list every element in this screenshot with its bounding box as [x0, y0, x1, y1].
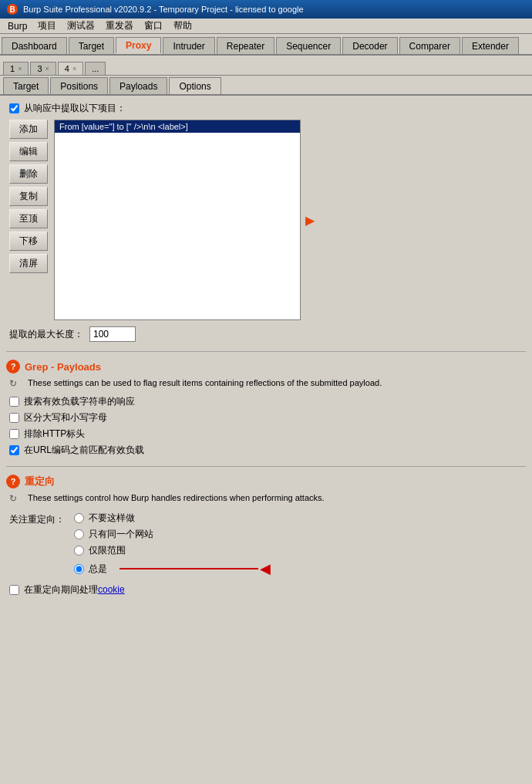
tab-payloads[interactable]: Payloads [109, 77, 167, 94]
btn-add[interactable]: 添加 [9, 120, 48, 139]
divider-1 [6, 351, 526, 352]
list-arrow-icon: ▶ [305, 213, 315, 228]
extract-label: 从响应中提取以下项目： [24, 102, 126, 115]
grep-checkbox-row-0: 搜索有效负载字符串的响应 [6, 395, 526, 408]
tab-decoder[interactable]: Decoder [342, 37, 397, 54]
tab-positions[interactable]: Positions [50, 77, 108, 94]
redirect-desc: These settings control how Burp handles … [25, 492, 325, 504]
menu-tester[interactable]: 测试器 [62, 19, 99, 33]
radio-same-site[interactable] [74, 529, 84, 539]
redirect-section: ? 重定向 ↻ These settings control how Burp … [6, 475, 526, 596]
redirect-title: 重定向 [25, 475, 55, 488]
tab-intruder[interactable]: Intruder [163, 37, 214, 54]
max-length-label: 提取的最大长度： [9, 328, 83, 341]
menu-bar: Burp 项目 测试器 重发器 窗口 帮助 [0, 19, 532, 34]
svg-text:B: B [9, 5, 15, 14]
max-length-input[interactable] [89, 326, 136, 342]
second-tabs-row: Target Positions Payloads Options [0, 76, 532, 96]
grep-payloads-desc: These settings can be used to flag resul… [25, 377, 382, 389]
redirect-radio-group: 不要这样做 只有同一个网站 仅限范围 总是 ◀ [71, 512, 271, 577]
sub-tabs-row: 1 × 3 × 4 × ... [0, 56, 532, 76]
grep-label-0: 搜索有效负载字符串的响应 [24, 395, 135, 408]
grep-checkbox-1[interactable] [9, 413, 19, 423]
tab-target[interactable]: Target [69, 37, 114, 54]
tab-proxy[interactable]: Proxy [116, 37, 161, 54]
btn-down[interactable]: 下移 [9, 231, 48, 251]
grep-checkbox-row-3: 在URL编码之前匹配有效负载 [6, 444, 526, 457]
sub-tab-4[interactable]: 4 × [58, 62, 83, 75]
grep-checkbox-row-1: 区分大写和小写字母 [6, 411, 526, 424]
content-area: 从响应中提取以下项目： 添加 编辑 删除 复制 至顶 下移 清屏 From [v… [0, 96, 532, 784]
redirect-help-icon[interactable]: ? [6, 475, 20, 488]
grep-payloads-section: ? Grep - Payloads ↻ These settings can b… [6, 360, 526, 457]
extract-buttons: 添加 编辑 删除 复制 至顶 下移 清屏 [9, 120, 48, 320]
menu-help[interactable]: 帮助 [169, 19, 197, 33]
radio-always[interactable] [74, 564, 84, 574]
arrow-annotation: ◀ [120, 560, 271, 577]
sub-tab-1-close[interactable]: × [18, 65, 22, 73]
title-bar: B Burp Suite Professional v2020.9.2 - Te… [0, 0, 532, 19]
btn-clear[interactable]: 清屏 [9, 254, 48, 273]
refresh-icon[interactable]: ↻ [6, 377, 20, 390]
sub-tab-4-close[interactable]: × [72, 65, 76, 73]
radio-no[interactable] [74, 513, 84, 523]
menu-window[interactable]: 窗口 [140, 19, 167, 33]
tab-extender[interactable]: Extender [462, 37, 519, 54]
redirect-refresh: ↻ These settings control how Burp handle… [6, 492, 526, 505]
tab-target-inner[interactable]: Target [3, 77, 49, 94]
arrow-head-icon: ◀ [260, 560, 271, 577]
grep-payloads-header: ? Grep - Payloads [6, 360, 526, 373]
sub-tab-3-close[interactable]: × [45, 65, 49, 73]
tab-dashboard[interactable]: Dashboard [2, 37, 67, 54]
tab-options[interactable]: Options [169, 77, 221, 94]
cookie-checkbox-row: 在重定向期间处理cookie [6, 583, 526, 596]
arrow-line [120, 568, 258, 569]
max-length-row: 提取的最大长度： [6, 326, 526, 342]
btn-edit[interactable]: 编辑 [9, 142, 48, 161]
cookie-checkbox[interactable] [9, 585, 19, 595]
cookie-link[interactable]: cookie [98, 584, 125, 595]
grep-label-2: 排除HTTP标头 [24, 427, 85, 441]
grep-label-3: 在URL编码之前匹配有效负载 [24, 444, 144, 457]
radio-row-3: 总是 ◀ [74, 560, 271, 577]
grep-help-icon[interactable]: ? [6, 360, 20, 373]
radio-scope[interactable] [74, 546, 84, 556]
extract-section: 从响应中提取以下项目： 添加 编辑 删除 复制 至顶 下移 清屏 From [v… [6, 102, 526, 342]
menu-burp[interactable]: Burp [3, 20, 32, 32]
divider-2 [6, 466, 526, 467]
grep-label-1: 区分大写和小写字母 [24, 411, 107, 424]
radio-label-2: 仅限范围 [89, 544, 126, 557]
sub-tab-1[interactable]: 1 × [3, 62, 29, 75]
radio-row-1: 只有同一个网站 [74, 528, 271, 541]
menu-project[interactable]: 项目 [33, 19, 61, 33]
btn-copy[interactable]: 复制 [9, 187, 48, 206]
tab-repeater[interactable]: Repeater [217, 37, 274, 54]
redirect-refresh-icon[interactable]: ↻ [6, 492, 20, 505]
extract-area: 添加 编辑 删除 复制 至顶 下移 清屏 From [value="] to [… [6, 120, 526, 320]
grep-checkbox-row-2: 排除HTTP标头 [6, 427, 526, 441]
grep-payloads-title: Grep - Payloads [25, 361, 101, 373]
list-item[interactable]: From [value="] to [" />\n\n <label>] [55, 120, 300, 133]
extract-checkbox[interactable] [9, 103, 19, 113]
grep-checkbox-2[interactable] [9, 429, 19, 439]
radio-label-0: 不要这样做 [89, 512, 135, 525]
tab-comparer[interactable]: Comparer [399, 37, 460, 54]
redirect-options-row: 关注重定向： 不要这样做 只有同一个网站 仅限范围 总是 [6, 512, 526, 577]
cookie-label: 在重定向期间处理cookie [24, 583, 125, 596]
sub-tab-more[interactable]: ... [85, 62, 106, 75]
radio-row-0: 不要这样做 [74, 512, 271, 525]
tab-sequencer[interactable]: Sequencer [276, 37, 341, 54]
grep-checkbox-3[interactable] [9, 445, 19, 455]
btn-top[interactable]: 至顶 [9, 209, 48, 228]
follow-redirect-label: 关注重定向： [9, 512, 65, 526]
app-icon: B [6, 3, 19, 15]
menu-resender[interactable]: 重发器 [101, 19, 138, 33]
radio-row-2: 仅限范围 [74, 544, 271, 557]
grep-payloads-refresh: ↻ These settings can be used to flag res… [6, 377, 526, 390]
extract-list[interactable]: From [value="] to [" />\n\n <label>] [54, 120, 301, 320]
radio-label-3: 总是 [89, 563, 107, 576]
main-tabs: Dashboard Target Proxy Intruder Repeater… [0, 34, 532, 56]
sub-tab-3[interactable]: 3 × [30, 62, 56, 75]
grep-checkbox-0[interactable] [9, 397, 19, 407]
btn-delete[interactable]: 删除 [9, 164, 48, 184]
